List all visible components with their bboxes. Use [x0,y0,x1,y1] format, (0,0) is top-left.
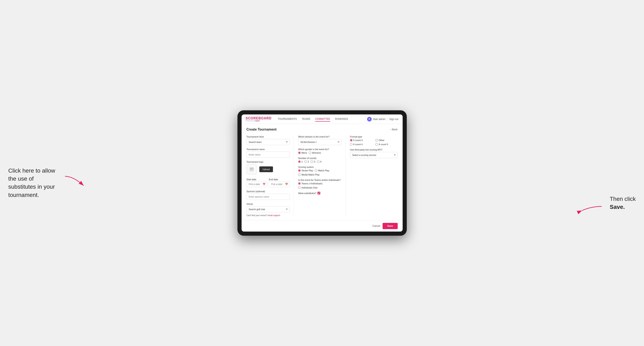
upload-button[interactable]: Upload [259,167,273,172]
venue-group: Venue Search golf club Can't find your v… [246,203,290,216]
format-6count5[interactable]: 6 count 5 [375,143,398,146]
nav-right: B blair admin | Sign out [367,117,398,122]
event-teams[interactable]: Teams (+Individuals) [298,182,322,185]
end-date-group: End date 📅 [269,177,290,187]
format-other[interactable]: Other [375,139,398,142]
page-title: Create Tournament [246,128,277,131]
tournament-name-label: Tournament name [246,148,290,151]
event-individuals[interactable]: Individuals Only [298,186,318,189]
format-type-group: Format type 5 count 4 Other [350,136,398,146]
tournament-logo-group: Tournament logo Upload [246,161,290,174]
date-row: Start date 📅 End date [246,177,290,187]
main-nav: SCOREBOARD Powered by clippd TOURNAMENTS… [242,114,403,124]
rounds-3[interactable]: 3 [310,161,315,163]
division-select[interactable]: NCAA Division I [298,139,342,145]
tournament-name-group: Tournament name [246,148,290,158]
scoring-stroke[interactable]: Stroke Play [298,169,313,172]
allow-substitutes-checkbox-label[interactable]: Allow substitutes? [298,192,342,194]
sign-out-link[interactable]: Sign out [389,118,398,121]
format-type-options: 5 count 4 Other 6 count 4 [350,139,398,146]
scoring-label: Scoring system [298,166,342,168]
page-content: Create Tournament ‹ Back Tournament Host… [242,124,403,220]
venue-label: Venue [246,203,290,205]
scoring-medal[interactable]: Medal Match Play [298,173,320,176]
form-col-1: Tournament Host Search team Tournament n… [246,136,294,216]
rounds-2[interactable]: 2 [304,161,309,163]
gender-group: Which gender is the event for? Mens Wome… [298,148,342,154]
allow-substitutes-group: Allow substitutes? [298,192,342,194]
page-header: Create Tournament ‹ Back [246,128,398,131]
tournament-name-input[interactable] [246,152,290,158]
event-for-group: Is this event for Teams and/or Individua… [298,179,342,189]
rounds-group: Number of rounds 1 2 [298,157,342,163]
sponsor-input[interactable] [246,194,290,200]
annotation-left: Click here to allow the use of substitut… [8,167,62,199]
app-logo: SCOREBOARD Powered by clippd [246,117,272,122]
rounds-4[interactable]: 4 [317,161,322,163]
scoring-api-group: Use third-party live scoring API? Select… [350,149,398,158]
tournament-host-select[interactable]: Search team [246,139,290,145]
rounds-radio-group: 1 2 3 [298,161,342,163]
cancel-button[interactable]: Cancel [372,224,380,227]
tablet-screen: SCOREBOARD Powered by clippd TOURNAMENTS… [242,114,403,232]
rounds-label: Number of rounds [298,157,342,159]
calendar-icon-end: 📅 [285,183,288,185]
page-wrapper: Click here to allow the use of substitut… [8,110,636,236]
nav-committee[interactable]: COMMITTEE [315,117,330,122]
format-6count4[interactable]: 6 count 4 [350,143,372,146]
annotation-right: Then click Save. [610,195,636,211]
end-date-label: End date [269,178,278,181]
gender-radio-group: Mens Womens [298,152,342,154]
user-avatar: B [367,117,372,122]
format-5count4[interactable]: 5 count 4 [350,139,372,142]
nav-rankings[interactable]: RANKINGS [335,117,348,122]
scoring-api-label: Use third-party live scoring API? [350,149,398,151]
save-button[interactable]: Save [382,223,398,229]
scoring-group: Scoring system Stroke Play Match Play [298,166,342,176]
dates-group: Start date 📅 End date [246,177,290,187]
start-date-group: Start date 📅 [246,177,268,187]
venue-select[interactable]: Search golf club [246,206,290,212]
division-group: Which division is the event for? NCAA Di… [298,136,342,145]
scoring-radio-group: Stroke Play Match Play Medal Match Play [298,169,342,176]
tournament-host-label: Tournament Host [246,136,290,138]
logo-placeholder [246,164,257,174]
image-icon [249,167,254,172]
form-footer: Cancel Save [242,220,403,232]
user-name: blair admin [373,118,386,121]
sponsor-group: Sponsor (optional) [246,190,290,200]
logo-upload-area: Upload [246,164,290,174]
form-col-3: Format type 5 count 4 Other [350,136,398,216]
allow-substitutes-checkbox[interactable] [318,192,320,194]
division-label: Which division is the event for? [298,136,342,138]
logo-powered: Powered by clippd [246,120,272,122]
event-for-label: Is this event for Teams and/or Individua… [298,179,342,181]
nav-teams[interactable]: TEAMS [302,117,310,122]
gender-mens[interactable]: Mens [298,152,307,154]
scoring-api-select[interactable]: Select a scoring service [350,152,398,158]
start-date-label: Start date [246,178,256,181]
gender-label: Which gender is the event for? [298,148,342,151]
scoring-match[interactable]: Match Play [315,169,329,172]
tournament-host-group: Tournament Host Search team [246,136,290,145]
calendar-icon: 📅 [263,183,266,185]
tournament-logo-label: Tournament logo [246,161,290,163]
tablet-device: SCOREBOARD Powered by clippd TOURNAMENTS… [238,110,407,236]
event-for-radio-group: Teams (+Individuals) Individuals Only [298,182,342,189]
back-link[interactable]: ‹ Back [390,128,398,131]
form-col-2: Which division is the event for? NCAA Di… [298,136,346,216]
rounds-1[interactable]: 1 [298,161,303,163]
sponsor-label: Sponsor (optional) [246,190,290,192]
format-type-label: Format type [350,136,398,138]
nav-items: TOURNAMENTS TEAMS COMMITTEE RANKINGS [278,117,367,122]
gender-womens[interactable]: Womens [309,152,321,154]
form-layout: Tournament Host Search team Tournament n… [246,136,398,216]
logo-scoreboard: SCOREBOARD [246,117,272,120]
email-support-link[interactable]: email support [268,214,280,216]
nav-tournaments[interactable]: TOURNAMENTS [278,117,297,122]
venue-help: Can't find your venue? email support [246,214,290,216]
